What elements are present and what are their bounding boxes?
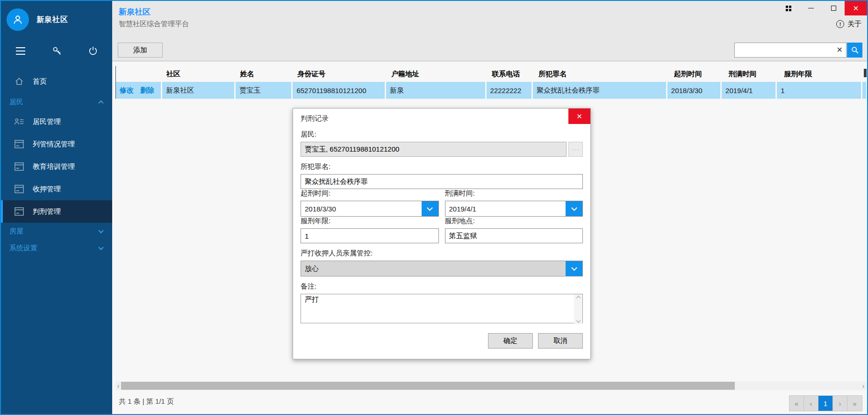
current-page-button[interactable]: 1 [818, 396, 833, 411]
resident-field-row: ··· [301, 142, 583, 157]
crime-label: 所犯罪名: [301, 162, 583, 171]
form-icon [14, 185, 24, 193]
column-header: 刑满时间 [725, 70, 779, 79]
resident-label: 居民: [301, 130, 583, 139]
sidebar-nav: 首页 居民 居民管理 [1, 72, 112, 256]
next-page-button[interactable]: › [833, 396, 847, 411]
end-date-picker[interactable]: 2019/4/1 [445, 201, 583, 217]
remark-field[interactable]: 严打 [301, 294, 583, 323]
form-icon [14, 162, 24, 171]
add-button[interactable]: 添加 [118, 43, 163, 58]
table-row[interactable]: 修改 删除 新泉社区 贾宝玉 652701198810121200 新泉 222… [116, 82, 866, 99]
records-table: 社区 姓名 身份证号 户籍地址 联系电话 所犯罪名 起刑时间 刑满时间 服刑年限… [115, 66, 866, 99]
cell-name: 贾宝玉 [236, 82, 291, 99]
sidebar-section-residents[interactable]: 居民 [1, 94, 112, 110]
years-place-fields-row [301, 228, 583, 243]
home-icon [14, 77, 24, 86]
dropdown-button[interactable] [422, 201, 438, 216]
dialog-close-button[interactable]: ✕ [568, 109, 590, 124]
sidebar: 新泉社区 首页 [1, 1, 112, 414]
grid-icon [785, 5, 792, 12]
page-subtitle: 智慧社区综合管理平台 [119, 20, 189, 29]
about-button[interactable]: ! 关于 [836, 20, 861, 29]
first-page-button[interactable]: « [789, 396, 804, 411]
minimize-button[interactable] [800, 1, 822, 15]
cell-phone: 22222222 [487, 82, 531, 99]
sidebar-item-sentencing-mgmt[interactable]: 判刑管理 [1, 200, 112, 223]
layout-grid-button[interactable] [777, 1, 800, 15]
chevron-down-icon [427, 205, 433, 211]
chevron-down-icon [571, 205, 577, 211]
last-page-button[interactable]: » [847, 396, 862, 411]
start-date-value: 2018/3/30 [301, 201, 422, 216]
crime-field[interactable] [301, 174, 583, 189]
hamburger-menu-icon[interactable] [15, 46, 26, 56]
section-label: 系统设置 [9, 244, 37, 253]
scroll-left-arrow[interactable]: ‹ [115, 381, 121, 390]
window-controls: ✕ [777, 1, 867, 15]
chevron-down-icon [98, 245, 103, 250]
sidebar-item-custody-mgmt[interactable]: 收押管理 [1, 178, 112, 200]
prev-page-button[interactable]: ‹ [804, 396, 818, 411]
delete-link[interactable]: 删除 [140, 86, 154, 95]
remark-label: 备注: [301, 282, 583, 291]
years-field[interactable] [301, 228, 439, 243]
sidebar-section-settings[interactable]: 系统设置 [1, 240, 112, 256]
cell-filler [862, 82, 866, 99]
edit-link[interactable]: 修改 [120, 86, 134, 95]
cell-start-date: 2018/3/30 [667, 82, 720, 99]
sidebar-item-home[interactable]: 首页 [1, 72, 112, 91]
search-input[interactable] [734, 43, 846, 58]
pagination: « ‹ 1 › » [789, 395, 862, 411]
cell-address: 新泉 [386, 82, 485, 99]
search-box: ✕ [734, 43, 862, 58]
sidebar-item-label: 首页 [33, 77, 47, 86]
ok-button[interactable]: 确定 [488, 333, 533, 349]
chevron-down-icon [98, 228, 103, 233]
sidebar-section-houses[interactable]: 房屋 [1, 223, 112, 240]
textarea-scrollbar[interactable] [574, 294, 582, 324]
scroll-up-icon[interactable] [576, 296, 581, 300]
user-icon [12, 14, 24, 26]
page-title: 新泉社区 [119, 7, 151, 17]
sentencing-record-dialog: 判刑记录 ✕ 居民: ··· 所犯罪名: 起刑时间: 刑满时间: 2018/3/… [293, 108, 591, 359]
vertical-scrollbar-thumb[interactable] [864, 69, 867, 77]
column-header: 起刑时间 [670, 70, 724, 79]
place-label: 服刑地点: [445, 217, 583, 226]
maximize-button[interactable] [822, 1, 845, 15]
key-icon[interactable] [52, 46, 62, 56]
power-icon[interactable] [88, 46, 98, 56]
place-field[interactable] [445, 228, 583, 243]
column-header: 服刑年限 [780, 70, 865, 79]
clear-search-icon[interactable]: ✕ [837, 46, 843, 54]
family-control-value: 放心 [301, 261, 566, 276]
record-count-summary: 共 1 条 | 第 1/1 页 [119, 397, 174, 406]
avatar[interactable] [7, 8, 29, 31]
close-window-button[interactable]: ✕ [845, 1, 867, 15]
remark-field-wrap: 严打 [301, 294, 583, 325]
chevron-up-icon [98, 100, 103, 105]
form-icon [14, 207, 24, 216]
info-icon: ! [836, 20, 844, 28]
sidebar-item-label: 判刑管理 [33, 207, 61, 216]
scroll-right-arrow[interactable]: › [861, 381, 866, 390]
sidebar-item-label: 列管情况管理 [33, 140, 75, 149]
sidebar-item-education-mgmt[interactable]: 教育培训管理 [1, 155, 112, 178]
resident-browse-button[interactable]: ··· [568, 142, 583, 157]
dropdown-button[interactable] [566, 201, 582, 216]
horizontal-scrollbar-thumb[interactable] [121, 382, 735, 390]
profile: 新泉社区 [1, 1, 112, 36]
form-icon [14, 140, 24, 148]
column-header: 联系电话 [488, 70, 534, 79]
dropdown-button[interactable] [566, 261, 582, 276]
dates-labels-row: 起刑时间: 刑满时间: [301, 189, 583, 201]
start-date-picker[interactable]: 2018/3/30 [301, 201, 439, 217]
end-date-value: 2019/4/1 [445, 201, 566, 216]
cancel-button[interactable]: 取消 [538, 333, 583, 349]
row-actions: 修改 删除 [116, 82, 161, 99]
scroll-down-icon[interactable] [576, 319, 581, 323]
search-button[interactable] [847, 43, 862, 58]
sidebar-item-resident-mgmt[interactable]: 居民管理 [1, 110, 112, 133]
sidebar-item-control-mgmt[interactable]: 列管情况管理 [1, 133, 112, 155]
family-control-select[interactable]: 放心 [301, 261, 583, 277]
